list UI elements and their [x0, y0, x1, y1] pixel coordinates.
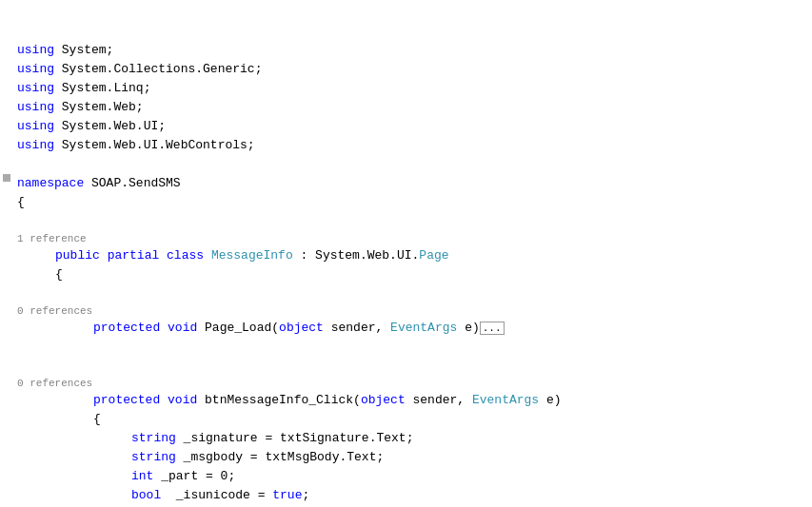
line-12: {	[0, 265, 812, 284]
line-21: int _part = 0;	[0, 467, 812, 486]
line-8: namespace SOAP.SendSMS	[0, 174, 812, 193]
line-content-20: string _msgbody = txtMsgBody.Text;	[13, 448, 812, 467]
line-content-1: using System;	[13, 41, 812, 60]
line-1: using System;	[0, 41, 812, 60]
line-9: {	[0, 193, 812, 212]
line-content-17: protected void btnMessageInfo_Click(obje…	[13, 391, 812, 410]
gutter-8	[0, 174, 13, 182]
line-17: protected void btnMessageInfo_Click(obje…	[0, 391, 812, 410]
line-content-2: using System.Collections.Generic;	[13, 60, 812, 79]
line-15	[0, 338, 812, 357]
line-content-18: {	[13, 410, 812, 429]
line-16: 0 references	[0, 357, 812, 391]
line-10: 1 reference	[0, 212, 812, 246]
line-20: string _msgbody = txtMsgBody.Text;	[0, 448, 812, 467]
line-6: using System.Web.UI.WebControls;	[0, 136, 812, 155]
line-content-9: {	[13, 193, 812, 212]
line-content-19: string _signature = txtSignature.Text;	[13, 429, 812, 448]
line-content-5: using System.Web.UI;	[13, 117, 812, 136]
line-content-11: public partial class MessageInfo : Syste…	[13, 246, 812, 265]
line-content-3: using System.Linq;	[13, 79, 812, 98]
line-content-10: 1 reference	[13, 212, 812, 246]
line-content-15	[13, 338, 812, 357]
line-19: string _signature = txtSignature.Text;	[0, 429, 812, 448]
line-content-12: {	[13, 265, 812, 284]
line-4: using System.Web;	[0, 98, 812, 117]
code-editor: using System;using System.Collections.Ge…	[0, 0, 812, 507]
line-content-22: bool _isunicode = true;	[13, 486, 812, 505]
line-content-8: namespace SOAP.SendSMS	[13, 174, 812, 193]
line-content-21: int _part = 0;	[13, 467, 812, 486]
line-2: using System.Collections.Generic;	[0, 60, 812, 79]
line-22: bool _isunicode = true;	[0, 486, 812, 505]
line-content-13: 0 references	[13, 284, 812, 319]
line-3: using System.Linq;	[0, 79, 812, 98]
line-content-4: using System.Web;	[13, 98, 812, 117]
line-14: protected void Page_Load(object sender, …	[0, 319, 812, 338]
line-18: {	[0, 410, 812, 429]
line-5: using System.Web.UI;	[0, 117, 812, 136]
line-content-16: 0 references	[13, 357, 812, 391]
line-13: 0 references	[0, 284, 812, 319]
line-11: public partial class MessageInfo : Syste…	[0, 246, 812, 265]
line-content-6: using System.Web.UI.WebControls;	[13, 136, 812, 155]
line-content-14: protected void Page_Load(object sender, …	[13, 319, 812, 338]
line-7	[0, 155, 812, 174]
